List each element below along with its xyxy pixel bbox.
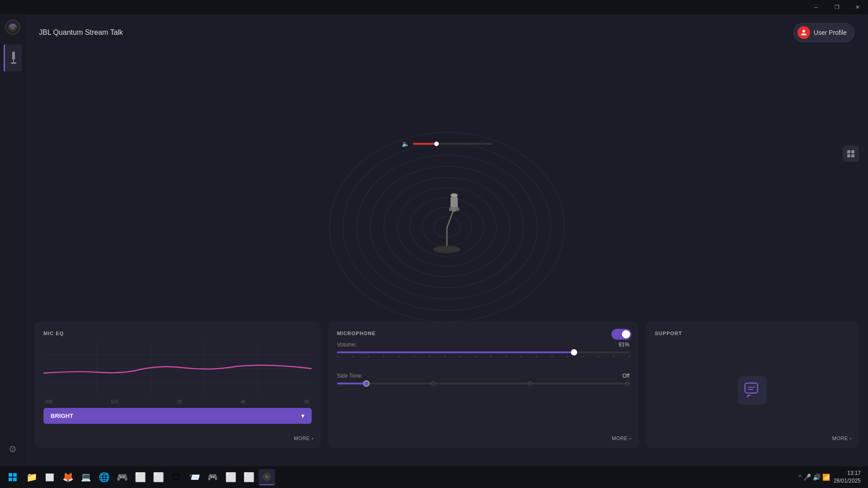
microphone-title: MICROPHONE [337,331,630,336]
svg-rect-5 [11,62,16,64]
volume-thumb[interactable] [434,142,439,146]
windows-logo-icon [8,473,17,482]
svg-rect-28 [9,473,12,477]
clock: 13:17 28/01/2025 [834,469,861,485]
taskbar-app2-icon[interactable]: ⬜ [241,469,257,485]
microphone-more-button[interactable]: MORE › [612,436,631,441]
svg-rect-29 [13,473,17,477]
close-button[interactable]: ✕ [847,0,868,14]
sidebar-device-item[interactable] [4,44,22,71]
svg-rect-25 [745,383,758,393]
system-tray-icons: ^ 🎤 🔊 📶 [798,474,830,481]
svg-rect-17 [851,154,854,157]
microphone-toggle[interactable] [612,329,631,340]
microphone-volume-control: Volume: 81% [337,341,630,357]
support-card: SUPPORT MORE › [646,322,859,448]
main-content: JBL Quantum Stream Talk User Profile [25,14,868,466]
expand-icon[interactable]: ^ [798,474,802,481]
taskbar-steam-icon[interactable]: 🎮 [114,469,130,485]
svg-point-7 [433,246,460,253]
main-volume-control: 🔈 [402,140,492,147]
minimize-button[interactable]: ─ [806,0,826,14]
taskbar-edge-icon[interactable]: 💻 [78,469,94,485]
sidetone-slider-track[interactable] [337,383,630,384]
sidetone-header: Side Tone: Off [337,373,630,379]
support-more-button[interactable]: MORE › [832,436,852,441]
taskbar-game-icon[interactable]: ⬜ [132,469,148,485]
mic-eq-more-button[interactable]: MORE › [294,436,313,441]
grid-view-button[interactable] [843,146,859,162]
mic-sys-icon: 🎤 [803,474,811,481]
microphone-image [420,182,474,256]
svg-point-13 [451,207,456,212]
taskbar-explorer-icon[interactable]: 📁 [24,469,40,485]
volume-label: Volume: [337,341,356,348]
svg-point-2 [10,25,15,29]
svg-rect-12 [449,207,459,211]
volume-slider-track[interactable] [337,351,630,353]
volume-slider-thumb[interactable] [571,349,577,355]
svg-line-9 [447,209,454,227]
volume-track [413,143,492,145]
sidetone-value: Off [622,373,630,379]
volume-icon: 🔈 [402,140,409,147]
window-controls: ─ ❐ ✕ [806,0,868,14]
taskbar-app1-icon[interactable]: ⬜ [223,469,239,485]
sidetone-label: Side Tone: [337,373,363,379]
volume-fill [413,143,437,145]
taskbar-antivirus-icon[interactable]: 🛡 [168,469,185,485]
toggle-thumb [622,330,630,338]
app-logo[interactable] [5,19,21,35]
sidebar: ⚙ [0,14,25,466]
date-display: 28/01/2025 [834,477,861,485]
svg-rect-15 [851,150,854,153]
sidetone-slider-thumb[interactable] [363,380,370,387]
system-tray: ^ 🎤 🔊 📶 13:17 28/01/2025 [798,469,864,485]
mic-eq-card: MIC EQ 200 500 2K [34,322,321,448]
eq-label-2k: 2K [177,399,182,404]
volume-slider-fill [337,351,574,353]
support-title: SUPPORT [655,331,850,336]
svg-rect-10 [451,195,458,211]
taskbar: 📁 ⬜ 🦊 💻 🌐 🎮 ⬜ ⬜ 🛡 📨 🎮 ⬜ ⬜ ^ 🎤 🔊 📶 13:17 … [0,466,868,488]
mic-eq-title: MIC EQ [43,331,312,336]
svg-rect-3 [12,52,15,60]
volume-value: 81% [619,341,630,348]
settings-button[interactable]: ⚙ [5,441,21,457]
chevron-right-icon: › [630,436,631,441]
title-bar: ─ ❐ ✕ [0,0,868,14]
settings-section: ⚙ [0,441,25,457]
eq-label-8k: 8K [304,399,310,404]
chevron-right-icon: › [312,436,313,441]
taskbar-discord-icon[interactable]: 🎮 [204,469,221,485]
toggle-track[interactable] [612,329,631,340]
chevron-right-icon: › [850,436,852,441]
taskbar-jbl-icon[interactable] [259,469,275,485]
app-header: JBL Quantum Stream Talk User Profile [25,14,868,51]
svg-point-11 [451,193,458,197]
taskbar-task-icon[interactable]: ⬜ [42,469,58,485]
eq-curve-svg [43,341,312,396]
svg-rect-30 [9,478,12,481]
taskbar-mc-icon[interactable]: ⬜ [150,469,166,485]
support-icon-bg [738,376,767,405]
taskbar-browser-icon[interactable]: 🌐 [96,469,112,485]
start-button[interactable] [4,468,22,486]
taskbar-firefox-icon[interactable]: 🦊 [60,469,76,485]
svg-point-33 [265,475,269,479]
svg-rect-14 [847,150,850,153]
support-chat-icon [744,382,760,398]
svg-rect-16 [847,154,850,157]
taskbar-mail-icon[interactable]: 📨 [186,469,203,485]
eq-chart: 200 500 2K 4K 8K [43,341,312,404]
eq-label-200: 200 [45,399,53,404]
speaker-icon: 🔊 [813,474,821,481]
support-icon-area [655,341,850,439]
user-profile-label: User Profile [814,29,847,36]
restore-button[interactable]: ❐ [826,0,847,14]
eq-preset-dropdown[interactable]: BRIGHT ▾ [43,408,312,424]
jbl-app-icon [263,473,271,481]
mic-stand-svg [420,182,474,255]
network-icon: 📶 [822,474,830,481]
user-profile-button[interactable]: User Profile [793,23,854,42]
